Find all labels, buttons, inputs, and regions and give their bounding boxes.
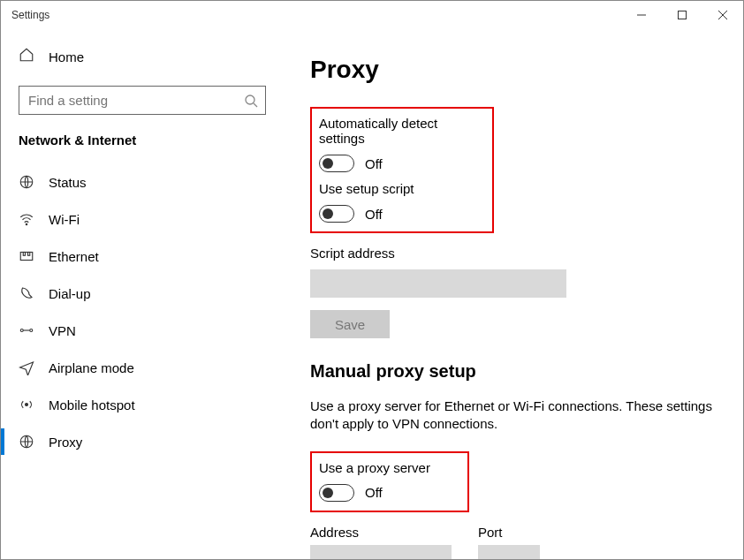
save-button[interactable]: Save xyxy=(310,310,390,338)
vpn-icon xyxy=(19,322,34,338)
svg-rect-1 xyxy=(679,11,687,19)
setup-script-toggle[interactable] xyxy=(319,205,354,223)
sidebar: Home Network & Internet Status Wi-Fi Eth… xyxy=(1,29,284,559)
script-address-label: Script address xyxy=(310,246,717,261)
sidebar-item-label: Mobile hotspot xyxy=(49,397,135,412)
sidebar-item-label: Status xyxy=(49,175,87,190)
port-label: Port xyxy=(478,525,540,540)
proxy-server-toggle[interactable] xyxy=(319,484,354,502)
sidebar-item-label: Airplane mode xyxy=(49,360,134,375)
auto-detect-state: Off xyxy=(365,156,383,171)
search-icon xyxy=(244,94,258,108)
sidebar-item-proxy[interactable]: Proxy xyxy=(1,423,284,460)
sidebar-item-hotspot[interactable]: Mobile hotspot xyxy=(1,386,284,423)
sidebar-item-dialup[interactable]: Dial-up xyxy=(1,275,284,312)
svg-point-14 xyxy=(26,404,28,406)
sidebar-item-label: VPN xyxy=(49,323,76,338)
sidebar-home[interactable]: Home xyxy=(1,38,284,75)
highlight-box-proxy: Use a proxy server Off xyxy=(310,451,469,512)
sidebar-item-label: Proxy xyxy=(49,435,82,450)
svg-point-7 xyxy=(26,223,27,225)
svg-rect-9 xyxy=(23,253,25,256)
sidebar-item-ethernet[interactable]: Ethernet xyxy=(1,238,284,275)
setup-script-label: Use setup script xyxy=(319,181,480,196)
port-input[interactable] xyxy=(478,545,540,560)
sidebar-item-vpn[interactable]: VPN xyxy=(1,312,284,349)
svg-rect-10 xyxy=(28,253,30,256)
search-input[interactable] xyxy=(28,93,244,108)
maximize-button[interactable] xyxy=(662,1,702,29)
ethernet-icon xyxy=(19,248,34,264)
manual-setup-title: Manual proxy setup xyxy=(310,361,717,382)
titlebar: Settings xyxy=(1,1,743,29)
wifi-icon xyxy=(19,211,34,227)
address-input[interactable] xyxy=(310,545,452,560)
auto-detect-toggle[interactable] xyxy=(319,155,354,172)
minimize-button[interactable] xyxy=(621,1,662,29)
sidebar-item-status[interactable]: Status xyxy=(1,163,284,201)
status-icon xyxy=(19,174,34,190)
svg-point-4 xyxy=(246,95,254,104)
svg-line-5 xyxy=(254,103,257,107)
main-content: Proxy Automatically detect settings Off … xyxy=(284,29,743,559)
close-button[interactable] xyxy=(702,1,743,29)
address-label: Address xyxy=(310,525,452,540)
sidebar-item-wifi[interactable]: Wi-Fi xyxy=(1,201,284,238)
home-icon xyxy=(19,47,34,66)
svg-rect-8 xyxy=(20,253,33,261)
svg-point-11 xyxy=(20,329,23,332)
proxy-server-label: Use a proxy server xyxy=(319,460,455,475)
sidebar-item-label: Ethernet xyxy=(49,249,99,264)
sidebar-home-label: Home xyxy=(49,49,84,64)
sidebar-item-label: Wi-Fi xyxy=(49,212,80,227)
hotspot-icon xyxy=(19,397,34,412)
search-box[interactable] xyxy=(19,86,266,115)
dialup-icon xyxy=(19,285,34,301)
page-title: Proxy xyxy=(310,56,717,84)
sidebar-item-label: Dial-up xyxy=(49,286,91,301)
manual-setup-desc: Use a proxy server for Ethernet or Wi-Fi… xyxy=(310,397,717,434)
svg-point-12 xyxy=(30,329,33,332)
sidebar-section-header: Network & Internet xyxy=(1,132,284,163)
auto-detect-label: Automatically detect settings xyxy=(319,116,480,146)
airplane-icon xyxy=(19,359,34,375)
window-title: Settings xyxy=(11,9,621,21)
setup-script-state: Off xyxy=(365,207,383,222)
highlight-box-auto: Automatically detect settings Off Use se… xyxy=(310,107,494,233)
proxy-icon xyxy=(19,434,34,450)
proxy-server-state: Off xyxy=(365,485,383,500)
sidebar-item-airplane[interactable]: Airplane mode xyxy=(1,349,284,386)
script-address-input[interactable] xyxy=(310,269,566,298)
